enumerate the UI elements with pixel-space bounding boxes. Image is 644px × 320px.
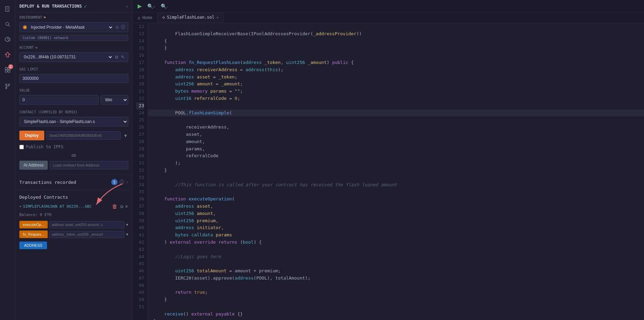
value-label: VALUE	[15, 86, 132, 94]
contract-group: SimpleFlashLoan - SimpleFlashLoan.s	[15, 115, 132, 129]
tab-simpleflashloan[interactable]: ◇ SimpleFlashLoan.sol ✕	[158, 12, 224, 23]
publish-ipfs-row: Publish to IPFS	[15, 143, 132, 152]
tab-home-label: Home	[142, 15, 152, 20]
balance-row: Balance: 0 ETH	[15, 212, 132, 220]
environment-dropdown[interactable]: Injected Provider - MetaMask	[29, 25, 113, 30]
checkmark-icon: ✓	[84, 3, 87, 9]
deploy-row: Deploy ▼	[15, 129, 132, 143]
account-label: ACCOUNT ⊕	[15, 43, 132, 51]
svg-rect-11	[8, 70, 10, 72]
account-select-row[interactable]: 0x226...8f44b (10.08731731 ⧉ ✎	[19, 52, 128, 62]
environment-group: Injected Provider - MetaMask ⓘ	[15, 21, 132, 35]
deploy-button[interactable]: Deploy	[19, 131, 44, 140]
fn-request-button[interactable]: fn_Reques...	[19, 230, 48, 238]
svg-point-12	[6, 84, 7, 85]
home-icon: ⌂	[138, 15, 140, 20]
code-container: 12 13 14 15 16 17 18 19 20 21 22 23 24 2…	[133, 23, 644, 320]
environment-label: ENVIRONMENT ⚑	[15, 13, 132, 21]
tab-simpleflashloan-label: SimpleFlashLoan.sol	[167, 15, 214, 20]
zoom-in-button[interactable]: 🔍+	[146, 3, 157, 10]
at-address-row: At Address	[15, 159, 132, 172]
svg-point-16	[24, 26, 26, 28]
main-area: DEPLOY & RUN TRANSACTIONS ✓ › ENVIRONMEN…	[15, 0, 644, 320]
gas-limit-label: GAS LIMIT	[15, 65, 132, 73]
environment-select-row[interactable]: Injected Provider - MetaMask ⓘ	[19, 22, 128, 32]
code-editor[interactable]: FlashLoanSimpleReceiverBase(IPoolAddress…	[148, 23, 644, 320]
account-plus-icon[interactable]: ⊕	[35, 46, 37, 49]
tabs-bar: ⌂ Home ◇ SimpleFlashLoan.sol ✕	[133, 12, 644, 23]
contract-toggle[interactable]: ▾	[19, 204, 22, 209]
svg-point-14	[6, 87, 7, 89]
line-numbers: 12 13 14 15 16 17 18 19 20 21 22 23 24 2…	[133, 23, 148, 320]
tab-close-btn[interactable]: ✕	[216, 16, 218, 19]
icon-plugin[interactable]: 2	[1, 64, 14, 76]
address-button[interactable]: ADDRESS	[19, 242, 47, 249]
plugin-badge: 2	[8, 64, 13, 69]
svg-line-5	[8, 25, 10, 27]
publish-ipfs-label: Publish to IPFS	[26, 144, 63, 149]
account-group: 0x226...8f44b (10.08731731 ⧉ ✎	[15, 51, 132, 65]
tab-file-icon: ◇	[162, 15, 165, 20]
divider-1	[15, 174, 132, 174]
transactions-row[interactable]: Transactions recorded 5 ⓘ ›	[15, 176, 132, 189]
execute-op-input[interactable]	[49, 221, 124, 228]
account-dropdown[interactable]: 0x226...8f44b (10.08731731	[22, 54, 113, 60]
deployed-contract-row: ▾ SIMPLEFLASHLOAN AT 0X239...6BC 🗑 ⧉ ✕	[15, 201, 132, 212]
transactions-label: Transactions recorded	[19, 180, 109, 185]
divider-2	[15, 190, 132, 190]
account-copy-btn[interactable]: ⧉	[114, 55, 119, 59]
svg-rect-10	[5, 70, 7, 72]
svg-point-13	[8, 84, 10, 85]
or-divider: OR	[15, 152, 132, 159]
contract-select[interactable]: SimpleFlashLoan - SimpleFlashLoan.s	[19, 117, 128, 126]
env-circle-icon	[115, 26, 119, 29]
editor-area: ▶ 🔍+ 🔍- ⌂ Home ◇ SimpleFlashLoan.sol ✕ 1…	[133, 0, 644, 320]
trash-icon[interactable]: 🗑	[112, 203, 118, 210]
icon-search[interactable]	[1, 18, 14, 30]
deploy-dropdown-arrow[interactable]: ▼	[123, 133, 128, 138]
fn-request-dropdown-icon[interactable]: ▼	[126, 232, 128, 237]
contract-label: CONTRACT (Compiled by Remix)	[15, 107, 132, 115]
sidebar-header: DEPLOY & RUN TRANSACTIONS ✓ ›	[15, 0, 132, 13]
publish-ipfs-checkbox[interactable]	[19, 145, 24, 149]
value-unit-select[interactable]: Wei Gwei Ether	[101, 95, 128, 105]
metamask-icon	[22, 25, 27, 30]
sidebar-title: DEPLOY & RUN TRANSACTIONS ✓	[19, 3, 87, 9]
gas-limit-input[interactable]	[19, 74, 128, 83]
execute-op-row: executeOp... ▼	[15, 220, 132, 229]
at-address-input[interactable]	[50, 161, 128, 169]
gas-limit-group	[15, 73, 132, 86]
contract-copy-btn[interactable]: ⧉	[120, 204, 123, 209]
address-row: ADDRESS	[15, 241, 132, 250]
zoom-out-button[interactable]: 🔍-	[159, 3, 169, 10]
env-info-icon[interactable]: ⓘ	[121, 24, 125, 30]
fn-request-row: fn_Reques... ▼	[15, 229, 132, 239]
account-edit-btn[interactable]: ✎	[120, 55, 125, 59]
icon-file[interactable]	[1, 3, 14, 15]
contract-name: SIMPLEFLASHLOAN AT 0X239...6BC	[23, 204, 111, 209]
execute-op-button[interactable]: executeOp...	[19, 221, 48, 228]
svg-marker-7	[8, 38, 9, 41]
icon-deploy[interactable]	[1, 48, 14, 61]
tab-home[interactable]: ⌂ Home	[133, 13, 158, 23]
icon-git[interactable]	[1, 80, 14, 93]
value-input[interactable]	[19, 95, 99, 105]
deployed-contracts-header: Deployed Contracts	[15, 192, 132, 201]
value-group: Wei Gwei Ether	[15, 94, 132, 107]
deploy-address-input[interactable]	[46, 131, 121, 140]
execute-dropdown-icon[interactable]: ▼	[126, 223, 128, 227]
tx-info-icon[interactable]: ⓘ	[120, 179, 124, 185]
contract-close-btn[interactable]: ✕	[125, 204, 128, 209]
chevron-right-icon[interactable]: ›	[125, 4, 128, 9]
env-warn-icon: ⚑	[44, 16, 46, 19]
icon-bar: 2	[0, 0, 15, 320]
tx-badge: 5	[111, 179, 118, 185]
network-badge: Custom (80001) network	[19, 35, 128, 41]
sidebar: DEPLOY & RUN TRANSACTIONS ✓ › ENVIRONMEN…	[15, 0, 133, 320]
tx-chevron-icon[interactable]: ›	[126, 180, 128, 184]
run-button[interactable]: ▶	[136, 2, 143, 10]
icon-solidity[interactable]	[1, 33, 14, 46]
fn-request-input[interactable]	[49, 231, 124, 238]
at-address-button[interactable]: At Address	[19, 161, 48, 170]
editor-toolbar: ▶ 🔍+ 🔍-	[133, 0, 644, 12]
